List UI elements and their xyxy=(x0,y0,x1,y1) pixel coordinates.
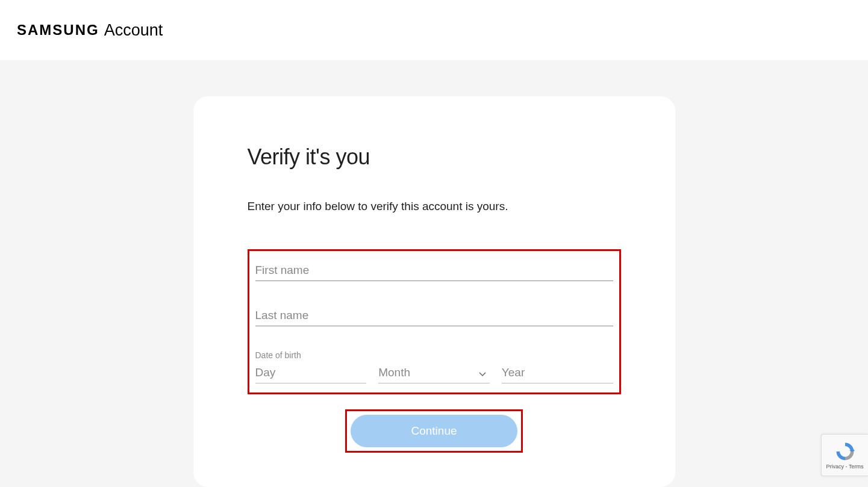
last-name-wrapper xyxy=(255,305,613,326)
page-subtitle: Enter your info below to verify this acc… xyxy=(248,200,621,213)
year-field xyxy=(502,362,613,383)
form-highlight-box: Date of birth xyxy=(248,249,621,394)
button-highlight-box: Continue xyxy=(345,409,522,453)
month-select[interactable] xyxy=(378,362,490,383)
last-name-input[interactable] xyxy=(255,305,613,326)
verify-card: Verify it's you Enter your info below to… xyxy=(193,96,675,487)
first-name-input[interactable] xyxy=(255,260,613,281)
continue-button[interactable]: Continue xyxy=(351,415,517,447)
brand-logo: SAMSUNG xyxy=(17,22,99,39)
recaptcha-privacy-link[interactable]: Privacy xyxy=(826,464,845,470)
header: SAMSUNG Account xyxy=(0,0,868,60)
recaptcha-links: Privacy - Terms xyxy=(826,464,864,470)
month-field xyxy=(378,362,490,383)
recaptcha-icon xyxy=(834,441,856,462)
first-name-wrapper xyxy=(255,260,613,281)
product-name: Account xyxy=(104,21,163,40)
main-area: Verify it's you Enter your info below to… xyxy=(0,60,868,487)
day-input[interactable] xyxy=(255,362,367,383)
dob-row xyxy=(255,362,613,383)
day-field xyxy=(255,362,367,383)
recaptcha-badge[interactable]: Privacy - Terms xyxy=(821,434,868,476)
dob-section: Date of birth xyxy=(255,350,613,383)
dob-label: Date of birth xyxy=(255,350,613,360)
page-title: Verify it's you xyxy=(248,144,621,170)
button-wrap: Continue xyxy=(248,409,621,453)
recaptcha-terms-link[interactable]: Terms xyxy=(849,464,864,470)
year-input[interactable] xyxy=(502,362,613,383)
